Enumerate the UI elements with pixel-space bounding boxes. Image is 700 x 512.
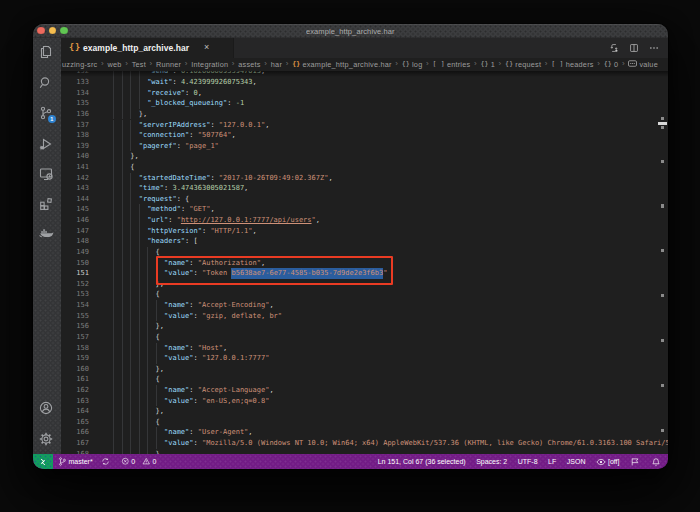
breadcrumb-label: headers xyxy=(566,60,594,69)
code-text: { xyxy=(105,374,160,385)
annotation-box xyxy=(156,256,393,286)
code-text: }, xyxy=(105,279,164,290)
indentation-status[interactable]: Spaces: 2 xyxy=(476,458,507,465)
symbol-string-icon xyxy=(628,60,637,69)
code-text: "startedDateTime": "2017-10-26T09:49:02.… xyxy=(105,173,333,184)
breadcrumb-separator: › xyxy=(395,58,398,70)
breadcrumb-item-0[interactable]: {}0 xyxy=(604,60,619,69)
breadcrumb-label: Test xyxy=(132,60,146,69)
breadcrumb-item-entries[interactable]: [ ]entries xyxy=(433,60,471,69)
breadcrumb-item-request[interactable]: {}request xyxy=(505,60,541,69)
more-actions-icon[interactable] xyxy=(649,43,659,53)
scroll-shadow xyxy=(61,71,668,77)
title-bar[interactable]: example_http_archive.har xyxy=(33,24,668,39)
line-number: 142 xyxy=(61,173,89,184)
code-line-134: 134 "receive": 0, xyxy=(61,88,668,99)
code-text: "url": "http://127.0.0.1:7777/api/users"… xyxy=(105,215,320,226)
extensions-icon[interactable] xyxy=(38,196,54,212)
breadcrumb-separator: › xyxy=(622,58,625,70)
activity-bar: 1 xyxy=(33,38,61,454)
cursor-position-status[interactable]: Ln 151, Col 67 (36 selected) xyxy=(378,458,466,465)
feedback-icon[interactable] xyxy=(630,457,640,467)
line-number: 154 xyxy=(61,300,89,311)
line-number: 162 xyxy=(61,385,89,396)
breadcrumb-label: har xyxy=(271,60,282,69)
code-text: "time": 3.474363005021587, xyxy=(105,183,248,194)
breadcrumb-item-har[interactable]: har xyxy=(271,60,282,69)
editor-content[interactable]: 132 "send": 0.10200000953947013,133 "wai… xyxy=(61,71,668,455)
symbol-object-icon: {} xyxy=(505,60,513,68)
breadcrumb-item-web[interactable]: web xyxy=(108,60,122,69)
symbol-array-icon: [ ] xyxy=(551,60,563,68)
breadcrumb-item-headers[interactable]: [ ]headers xyxy=(551,60,593,69)
line-number: 147 xyxy=(61,226,89,237)
ruler-occurrence-mark xyxy=(661,339,664,342)
notifications-bell-icon[interactable] xyxy=(651,457,661,467)
code-text: "name": "User-Agent", xyxy=(105,427,253,438)
settings-gear-icon[interactable] xyxy=(38,431,54,447)
code-line-143: 143 "time": 3.474363005021587, xyxy=(61,183,668,194)
breadcrumb-label: 1 xyxy=(491,60,495,69)
ruler-occurrence-mark xyxy=(661,294,664,297)
problems-status[interactable]: 00 xyxy=(121,457,157,466)
run-debug-icon[interactable] xyxy=(38,136,54,152)
remote-explorer-icon[interactable] xyxy=(38,166,54,182)
code-line-166: 166 "name": "User-Agent", xyxy=(61,427,668,438)
code-text: }, xyxy=(105,151,139,162)
code-line-148: 148 "headers": [ xyxy=(61,236,668,247)
symbol-object-icon: {} xyxy=(480,60,488,68)
breadcrumb-item-integration[interactable]: Integration xyxy=(191,60,228,69)
sync-icon[interactable] xyxy=(101,457,110,466)
breadcrumb-label: Integration xyxy=(191,60,228,69)
breadcrumb-item-example-http-archive-har[interactable]: {}example_http_archive.har xyxy=(292,60,392,69)
code-text: "connection": "507764", xyxy=(105,130,236,141)
account-icon[interactable] xyxy=(38,400,54,416)
code-line-142: 142 "startedDateTime": "2017-10-26T09:49… xyxy=(61,173,668,184)
docker-icon[interactable] xyxy=(38,225,54,241)
line-number: 137 xyxy=(61,120,89,131)
encoding-status[interactable]: UTF-8 xyxy=(518,458,538,465)
open-changes-icon[interactable] xyxy=(609,43,619,53)
overview-ruler[interactable] xyxy=(654,71,668,455)
line-number: 165 xyxy=(61,417,89,428)
breadcrumb-item-assets[interactable]: assets xyxy=(238,60,260,69)
code-text: "pageref": "page_1" xyxy=(105,141,219,152)
breadcrumb-item-uzzing-src[interactable]: uzzing-src xyxy=(62,60,97,69)
breadcrumb-item-test[interactable]: Test xyxy=(132,60,146,69)
line-number: 136 xyxy=(61,109,89,120)
code-text: }, xyxy=(105,109,147,120)
code-line-133: 133 "wait": 4.423999926075343, xyxy=(61,77,668,88)
code-text: "name": "Accept-Encoding", xyxy=(105,300,274,311)
screencast-status[interactable]: [off] xyxy=(596,457,620,467)
line-number: 158 xyxy=(61,343,89,354)
tab-example-http-archive[interactable]: {} example_http_archive.har × xyxy=(61,38,234,58)
code-line-159: 159 "value": "127.0.0.1:7777" xyxy=(61,353,668,364)
breadcrumb-item-runner[interactable]: Runner xyxy=(156,60,181,69)
breadcrumb-separator: › xyxy=(232,58,235,70)
breadcrumb-label: uzzing-src xyxy=(62,60,97,69)
branch-status[interactable]: master* xyxy=(58,457,93,466)
source-control-icon[interactable]: 1 xyxy=(38,105,54,121)
code-line-158: 158 "name": "Host", xyxy=(61,343,668,354)
code-line-153: 153 { xyxy=(61,289,668,300)
breadcrumb-label: value xyxy=(639,60,658,69)
breadcrumb-item-1[interactable]: {}1 xyxy=(480,60,495,69)
search-icon[interactable] xyxy=(38,75,54,91)
line-number: 150 xyxy=(61,258,89,269)
breadcrumb-item-log[interactable]: {}log xyxy=(402,60,423,69)
tab-close-icon[interactable]: × xyxy=(204,38,209,58)
code-line-165: 165 { xyxy=(61,417,668,428)
code-line-163: 163 "value": "en-US,en;q=0.8" xyxy=(61,396,668,407)
eol-status[interactable]: LF xyxy=(548,458,556,465)
ruler-occurrence-mark xyxy=(661,204,664,207)
breadcrumb-item-value[interactable]: value xyxy=(628,60,658,69)
breadcrumb-label: web xyxy=(108,60,122,69)
code-line-164: 164 }, xyxy=(61,406,668,417)
code-text: "value": "gzip, deflate, br" xyxy=(105,311,282,322)
breadcrumb: uzzing-src›web›Test›Runner›Integration›a… xyxy=(61,58,668,71)
explorer-icon[interactable] xyxy=(38,44,54,60)
remote-indicator[interactable] xyxy=(33,454,53,469)
language-mode-status[interactable]: JSON xyxy=(567,458,586,465)
breadcrumb-separator: › xyxy=(101,58,104,70)
split-editor-icon[interactable] xyxy=(629,43,639,53)
